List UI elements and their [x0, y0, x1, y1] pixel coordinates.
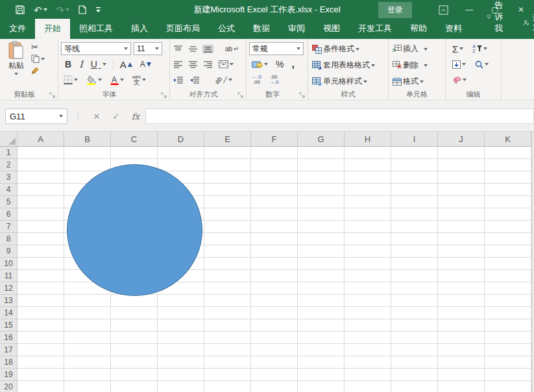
format-as-table-button[interactable]: 套用表格格式 — [311, 59, 376, 71]
cell-C17[interactable] — [111, 344, 158, 356]
cell-H13[interactable] — [345, 295, 391, 307]
tab-开始[interactable]: 开始 — [35, 19, 70, 39]
cell-C18[interactable] — [111, 356, 158, 369]
cell-F9[interactable] — [251, 245, 298, 258]
select-all-button[interactable] — [0, 132, 18, 147]
cell-I15[interactable] — [391, 319, 438, 332]
copy-button[interactable] — [30, 54, 46, 64]
cut-button[interactable]: ✂ — [30, 42, 46, 52]
sign-in-button[interactable]: 登录 — [378, 2, 412, 18]
row-header-14[interactable]: 14 — [0, 307, 18, 319]
autosum-button[interactable]: Σ — [451, 43, 465, 55]
cell-F14[interactable] — [251, 307, 298, 319]
cell-B15[interactable] — [64, 319, 111, 332]
cell-K8[interactable] — [485, 233, 531, 245]
format-cells-button[interactable]: 格式 — [391, 75, 425, 88]
row-header-15[interactable]: 15 — [0, 319, 18, 332]
cell-A15[interactable] — [18, 319, 64, 332]
cell-A2[interactable] — [18, 159, 64, 171]
enter-icon[interactable]: ✓ — [106, 112, 126, 121]
cell-C19[interactable] — [111, 369, 158, 381]
cell-I8[interactable] — [391, 233, 438, 245]
cell-K14[interactable] — [485, 307, 531, 319]
conditional-formatting-button[interactable]: 条件格式 — [311, 43, 361, 55]
row-header-12[interactable]: 12 — [0, 282, 18, 295]
cell-K6[interactable] — [485, 208, 531, 221]
ribbon-display-options-icon[interactable] — [430, 0, 456, 19]
cell-I7[interactable] — [391, 221, 438, 233]
cell-E15[interactable] — [204, 319, 251, 332]
cell-I17[interactable] — [391, 344, 438, 356]
cell-F15[interactable] — [251, 319, 298, 332]
cell-J12[interactable] — [438, 282, 485, 295]
cell-K18[interactable] — [485, 356, 531, 369]
font-size-combobox[interactable]: 11 — [134, 42, 162, 55]
cancel-icon[interactable]: ✕ — [87, 112, 106, 121]
cell-E16[interactable] — [204, 332, 251, 344]
column-header-B[interactable]: B — [64, 132, 111, 147]
tab-页面布局[interactable]: 页面布局 — [157, 19, 209, 39]
cell-A13[interactable] — [18, 295, 64, 307]
tab-文件[interactable]: 文件 — [0, 19, 35, 39]
cell-H16[interactable] — [345, 332, 391, 344]
cell-K1[interactable] — [485, 147, 531, 159]
cell-H5[interactable] — [345, 196, 391, 208]
cell-K13[interactable] — [485, 295, 531, 307]
cell-H9[interactable] — [345, 245, 391, 258]
cell-F2[interactable] — [251, 159, 298, 171]
cell-J14[interactable] — [438, 307, 485, 319]
decrease-font-size-button[interactable]: A — [139, 59, 152, 69]
row-header-11[interactable]: 11 — [0, 270, 18, 282]
tab-视图[interactable]: 视图 — [314, 19, 349, 39]
cell-K7[interactable] — [485, 221, 531, 233]
new-document-icon[interactable] — [79, 5, 86, 14]
cell-F10[interactable] — [251, 258, 298, 270]
cell-J16[interactable] — [438, 332, 485, 344]
column-header-D[interactable]: D — [158, 132, 204, 147]
column-header-A[interactable]: A — [18, 132, 64, 147]
row-header-5[interactable]: 5 — [0, 196, 18, 208]
cell-I16[interactable] — [391, 332, 438, 344]
cell-J18[interactable] — [438, 356, 485, 369]
cell-A8[interactable] — [18, 233, 64, 245]
cell-A11[interactable] — [18, 270, 64, 282]
cell-A20[interactable] — [18, 381, 64, 392]
cell-J7[interactable] — [438, 221, 485, 233]
cell-E9[interactable] — [204, 245, 251, 258]
cell-G9[interactable] — [298, 245, 345, 258]
cell-J10[interactable] — [438, 258, 485, 270]
increase-decimal-button[interactable]: ←.0.00 — [250, 74, 263, 86]
cell-J2[interactable] — [438, 159, 485, 171]
row-header-19[interactable]: 19 — [0, 369, 18, 381]
cell-E8[interactable] — [204, 233, 251, 245]
cell-G13[interactable] — [298, 295, 345, 307]
tab-插入[interactable]: 插入 — [122, 19, 157, 39]
cell-A17[interactable] — [18, 344, 64, 356]
row-header-20[interactable]: 20 — [0, 381, 18, 392]
cell-G2[interactable] — [298, 159, 345, 171]
insert-function-icon[interactable]: fx — [126, 112, 145, 121]
cell-I3[interactable] — [391, 171, 438, 184]
cell-K4[interactable] — [485, 184, 531, 196]
cell-E17[interactable] — [204, 344, 251, 356]
cell-E7[interactable] — [204, 221, 251, 233]
insert-cells-button[interactable]: 插入 — [391, 43, 429, 55]
cell-C20[interactable] — [111, 381, 158, 392]
cell-I5[interactable] — [391, 196, 438, 208]
cell-C13[interactable] — [111, 295, 158, 307]
middle-align-button[interactable] — [188, 45, 199, 53]
cell-I10[interactable] — [391, 258, 438, 270]
cell-H1[interactable] — [345, 147, 391, 159]
cell-J8[interactable] — [438, 233, 485, 245]
cell-H11[interactable] — [345, 270, 391, 282]
tab-数据[interactable]: 数据 — [244, 19, 279, 39]
cell-B16[interactable] — [64, 332, 111, 344]
column-header-H[interactable]: H — [345, 132, 391, 147]
cell-G7[interactable] — [298, 221, 345, 233]
cell-D17[interactable] — [158, 344, 204, 356]
column-header-J[interactable]: J — [438, 132, 485, 147]
row-header-13[interactable]: 13 — [0, 295, 18, 307]
cell-G1[interactable] — [298, 147, 345, 159]
row-header-2[interactable]: 2 — [0, 159, 18, 171]
cell-H15[interactable] — [345, 319, 391, 332]
